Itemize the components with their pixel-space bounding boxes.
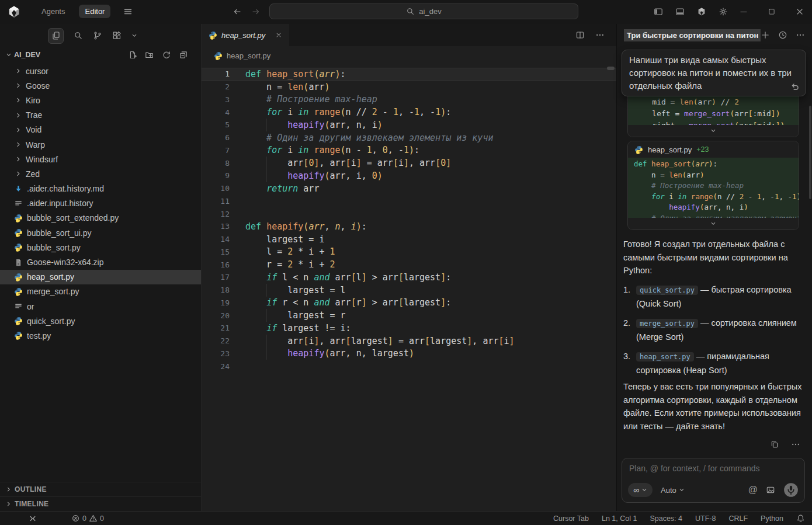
copy-icon[interactable] bbox=[770, 440, 779, 449]
code-line[interactable]: 5 heapify(arr, n, i) bbox=[202, 119, 616, 131]
editor-scrollbar-thumb[interactable] bbox=[607, 67, 615, 70]
folder-row[interactable]: Trae bbox=[0, 108, 201, 123]
code-line[interactable]: 18 largest = l bbox=[202, 284, 616, 297]
search-view-icon[interactable] bbox=[74, 31, 83, 40]
chevron-down-icon[interactable] bbox=[131, 33, 137, 39]
code-card-header[interactable]: heap_sort.py +23 bbox=[628, 141, 799, 158]
notifications-bell-icon[interactable] bbox=[796, 514, 805, 523]
toggle-panel-icon[interactable] bbox=[675, 7, 685, 16]
nav-back-icon[interactable] bbox=[233, 7, 242, 16]
chat-more-icon[interactable] bbox=[796, 30, 805, 40]
folder-row[interactable]: Goose bbox=[0, 78, 201, 93]
file-row[interactable]: heap_sort.py bbox=[0, 270, 201, 284]
collapse-all-icon[interactable] bbox=[179, 50, 188, 60]
chat-input-box[interactable]: ∞ Auto @ bbox=[622, 458, 805, 503]
code-card-footer[interactable] bbox=[628, 125, 799, 137]
timeline-section[interactable]: TIMELINE bbox=[0, 496, 201, 511]
refresh-icon[interactable] bbox=[162, 50, 171, 60]
code-card-footer[interactable] bbox=[628, 218, 799, 230]
tab-agents[interactable]: Agents bbox=[36, 5, 71, 18]
code-line[interactable]: 23 heapify(arr, n, largest) bbox=[202, 347, 616, 360]
file-row[interactable]: merge_sort.py bbox=[0, 284, 201, 299]
window-close-button[interactable] bbox=[787, 0, 812, 23]
code-editor[interactable]: 1def heap_sort(arr):2 n = len(arr)3 # По… bbox=[202, 65, 616, 373]
new-chat-icon[interactable] bbox=[761, 30, 770, 40]
code-line[interactable]: 7 for i in range(n - 1, 0, -1): bbox=[202, 144, 616, 157]
code-line[interactable]: 22 arr[i], arr[largest] = arr[largest], … bbox=[202, 335, 616, 347]
window-maximize-button[interactable] bbox=[759, 0, 784, 23]
statusbar-item[interactable]: Cursor Tab bbox=[553, 514, 589, 523]
code-line[interactable]: 14 largest = i bbox=[202, 233, 616, 246]
code-line[interactable]: 11 bbox=[202, 195, 616, 208]
restore-checkpoint-icon[interactable] bbox=[790, 82, 800, 92]
history-icon[interactable] bbox=[778, 30, 787, 40]
code-line[interactable]: 4 for i in range(n // 2 - 1, -1, -1): bbox=[202, 106, 616, 119]
statusbar-item[interactable]: CRLF bbox=[728, 514, 748, 523]
explorer-view-button[interactable] bbox=[48, 28, 64, 44]
more-actions-icon[interactable] bbox=[595, 30, 605, 40]
code-line[interactable]: 13def heapify(arr, n, i): bbox=[202, 220, 616, 233]
code-line[interactable]: 9 heapify(arr, i, 0) bbox=[202, 169, 616, 182]
statusbar-item[interactable]: UTF-8 bbox=[695, 514, 716, 523]
folder-row[interactable]: Zed bbox=[0, 166, 201, 181]
file-row[interactable]: bubble_sort_extended.py bbox=[0, 211, 201, 225]
code-line[interactable]: 24 bbox=[202, 360, 616, 373]
extensions-icon[interactable] bbox=[112, 31, 122, 40]
outline-section[interactable]: OUTLINE bbox=[0, 482, 201, 496]
code-line[interactable]: 2 n = len(arr) bbox=[202, 81, 616, 93]
folder-row[interactable]: Kiro bbox=[0, 93, 201, 107]
code-line[interactable]: 17 if l < n and arr[l] > arr[largest]: bbox=[202, 271, 616, 284]
folder-row[interactable]: Warp bbox=[0, 137, 201, 152]
new-folder-icon[interactable] bbox=[145, 50, 154, 60]
code-line[interactable]: 16 r = 2 * i + 2 bbox=[202, 258, 616, 271]
file-row[interactable]: bubble_sort_ui.py bbox=[0, 225, 201, 240]
search-input[interactable]: ai_dev bbox=[269, 4, 578, 19]
toggle-sidebar-icon[interactable] bbox=[654, 7, 663, 16]
problems-indicator[interactable]: 0 0 bbox=[71, 514, 104, 523]
chat-input[interactable] bbox=[629, 464, 797, 473]
file-row[interactable]: bubble_sort.py bbox=[0, 240, 201, 255]
file-row[interactable]: or bbox=[0, 299, 201, 314]
chat-title[interactable]: Три быстрые сортировки на питон bbox=[624, 29, 761, 41]
split-editor-icon[interactable] bbox=[575, 30, 585, 40]
breadcrumb[interactable]: heap_sort.py bbox=[202, 46, 616, 65]
code-line[interactable]: 1def heap_sort(arr): bbox=[202, 68, 616, 81]
source-control-icon[interactable] bbox=[93, 31, 102, 40]
statusbar-item[interactable]: Spaces: 4 bbox=[650, 514, 682, 523]
code-line[interactable]: 6 # Один за другим извлекаем элементы из… bbox=[202, 131, 616, 144]
message-more-icon[interactable] bbox=[791, 440, 800, 449]
chat-scrollbar-thumb[interactable] bbox=[809, 106, 811, 199]
user-message[interactable]: Напиши три вида самых быстрых сортировок… bbox=[622, 50, 806, 96]
code-line[interactable]: 19 if r < n and arr[r] > arr[largest]: bbox=[202, 297, 616, 310]
tab-close-icon[interactable] bbox=[275, 32, 282, 39]
tab-editor[interactable]: Editor bbox=[79, 5, 110, 18]
code-line[interactable]: 21 if largest != i: bbox=[202, 322, 616, 335]
agent-mode-pill[interactable]: ∞ bbox=[628, 483, 653, 497]
statusbar-item[interactable]: Python bbox=[761, 514, 783, 523]
tab-heap-sort[interactable]: heap_sort.py bbox=[202, 24, 289, 46]
code-line[interactable]: 3 # Построение max-heap bbox=[202, 93, 616, 106]
mention-icon[interactable]: @ bbox=[748, 485, 758, 495]
new-file-icon[interactable] bbox=[128, 50, 137, 60]
code-line[interactable]: 15 l = 2 * i + 1 bbox=[202, 246, 616, 259]
file-row[interactable]: quick_sort.py bbox=[0, 314, 201, 328]
microphone-icon[interactable] bbox=[783, 482, 799, 498]
folder-row[interactable]: Windsurf bbox=[0, 152, 201, 166]
settings-gear-icon[interactable] bbox=[719, 7, 728, 16]
window-minimize-button[interactable] bbox=[731, 0, 756, 23]
explorer-header[interactable]: AI_DEV bbox=[0, 47, 201, 62]
folder-row[interactable]: Void bbox=[0, 123, 201, 137]
file-row[interactable]: .aider.input.history bbox=[0, 196, 201, 211]
code-line[interactable]: 10 return arr bbox=[202, 182, 616, 195]
void-cube-icon[interactable] bbox=[697, 7, 706, 16]
file-row[interactable]: test.py bbox=[0, 328, 201, 343]
code-line[interactable]: 8 arr[0], arr[i] = arr[i], arr[0] bbox=[202, 157, 616, 169]
model-selector[interactable]: Auto bbox=[661, 486, 685, 495]
nav-forward-icon[interactable] bbox=[251, 7, 261, 16]
statusbar-item[interactable]: Ln 1, Col 1 bbox=[602, 514, 637, 523]
code-line[interactable]: 20 largest = r bbox=[202, 309, 616, 322]
file-row[interactable]: .aider.chat.history.md bbox=[0, 182, 201, 196]
file-row[interactable]: Goose-win32-x64.zip bbox=[0, 255, 201, 269]
folder-row[interactable]: cursor bbox=[0, 64, 201, 78]
menu-icon[interactable] bbox=[123, 7, 133, 16]
